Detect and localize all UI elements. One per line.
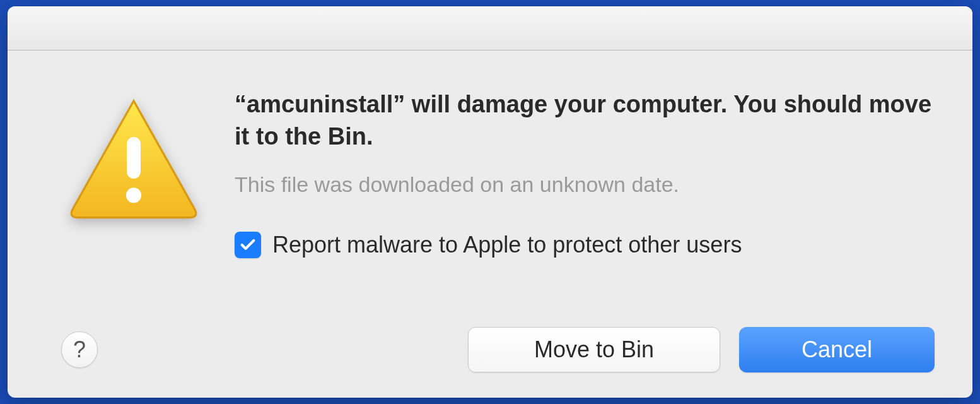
move-to-bin-button[interactable]: Move to Bin (468, 327, 720, 372)
checkbox-label: Report malware to Apple to protect other… (272, 232, 742, 258)
checkbox-row: Report malware to Apple to protect other… (235, 232, 935, 258)
text-column: “amcuninstall” will damage your computer… (222, 88, 935, 302)
help-button[interactable]: ? (61, 331, 98, 368)
titlebar (8, 6, 972, 50)
dialog-title: “amcuninstall” will damage your computer… (235, 88, 935, 153)
svg-point-1 (126, 187, 141, 203)
cancel-button[interactable]: Cancel (739, 327, 935, 372)
checkmark-icon (239, 236, 257, 254)
dialog-subtitle: This file was downloaded on an unknown d… (235, 172, 935, 197)
icon-column (45, 88, 222, 302)
button-row: ? Move to Bin Cancel (8, 327, 972, 398)
alert-dialog: “amcuninstall” will damage your computer… (8, 6, 972, 398)
warning-triangle-icon (64, 95, 203, 221)
dialog-content: “amcuninstall” will damage your computer… (8, 50, 972, 327)
report-malware-checkbox[interactable] (235, 232, 261, 258)
help-icon: ? (73, 336, 86, 363)
svg-rect-0 (127, 137, 141, 179)
